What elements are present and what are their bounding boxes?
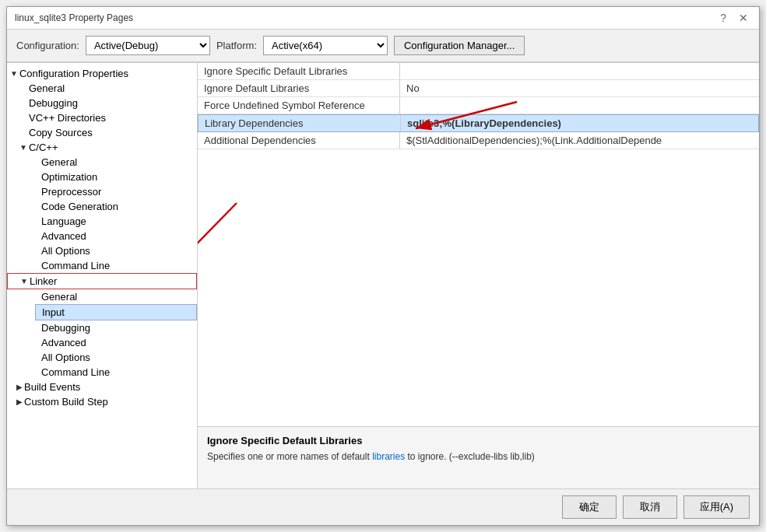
sidebar-item-cpp-root[interactable]: ▼ C/C++	[7, 140, 197, 155]
platform-label: Platform:	[216, 40, 257, 51]
right-panel: Ignore Specific Default Libraries Ignore…	[198, 63, 759, 488]
sidebar-item-linker-advanced[interactable]: Advanced	[35, 335, 197, 350]
sidebar-label: General	[29, 82, 65, 94]
desc-link[interactable]: libraries	[372, 451, 405, 462]
bottom-bar: 确定 取消 应用(A)	[7, 488, 759, 525]
sidebar: ▼ Configuration Properties General Debug…	[7, 63, 198, 488]
sidebar-label: Debugging	[41, 322, 90, 334]
tree-root[interactable]: ▼ Configuration Properties	[7, 66, 197, 81]
sidebar-item-linker-debugging[interactable]: Debugging	[35, 320, 197, 335]
cpp-children: General Optimization Preprocessor Code G…	[7, 155, 197, 273]
property-table: Ignore Specific Default Libraries Ignore…	[198, 63, 759, 426]
prop-value: $(StlAdditionalDependencies);%(Link.Addi…	[400, 132, 759, 149]
prop-row-ignore-specific[interactable]: Ignore Specific Default Libraries	[198, 63, 759, 80]
sidebar-item-cpp-optimization[interactable]: Optimization	[35, 170, 197, 184]
main-content: ▼ Configuration Properties General Debug…	[7, 62, 759, 488]
sidebar-label: All Options	[41, 352, 90, 363]
sidebar-label: Code Generation	[41, 201, 118, 212]
description-text: Specifies one or more names of default l…	[207, 450, 750, 464]
sidebar-item-cpp-preprocessor[interactable]: Preprocessor	[35, 184, 197, 199]
sidebar-label: Advanced	[41, 230, 86, 242]
sidebar-label: VC++ Directories	[29, 112, 106, 124]
prop-value	[400, 63, 759, 79]
sidebar-item-cpp-advanced[interactable]: Advanced	[35, 229, 197, 243]
configuration-label: Configuration:	[16, 40, 79, 51]
cpp-label: C/C++	[29, 142, 58, 153]
ok-button[interactable]: 确定	[562, 495, 617, 519]
prop-row-ignore-default[interactable]: Ignore Default Libraries No	[198, 80, 759, 97]
sidebar-label: Advanced	[41, 337, 86, 348]
desc-text-part1: Specifies one or more names of default	[207, 451, 372, 462]
desc-text-part3: to ignore. (--exclude-libs lib,lib)	[405, 451, 535, 462]
relative-container: Ignore Specific Default Libraries Ignore…	[198, 63, 759, 426]
sidebar-item-copy-sources[interactable]: Copy Sources	[23, 125, 197, 140]
sidebar-item-build-events[interactable]: ▶ Build Events	[7, 380, 197, 394]
sidebar-label: Command Line	[41, 366, 110, 378]
custom-build-triangle: ▶	[16, 397, 23, 406]
linker-label: Linker	[30, 275, 57, 287]
prop-row-force-undef[interactable]: Force Undefined Symbol Reference	[198, 97, 759, 114]
cpp-triangle: ▼	[19, 143, 27, 152]
sidebar-label: Preprocessor	[41, 186, 101, 198]
root-label: Configuration Properties	[19, 68, 128, 79]
description-title: Ignore Specific Default Libraries	[207, 435, 750, 446]
help-button[interactable]: ?	[717, 12, 729, 24]
sidebar-item-debugging-top[interactable]: Debugging	[23, 96, 197, 110]
sidebar-item-linker-alloptions[interactable]: All Options	[35, 350, 197, 365]
sidebar-item-linker-root[interactable]: ▼ Linker	[7, 273, 197, 289]
cancel-button[interactable]: 取消	[623, 495, 677, 519]
tree-children-top: General Debugging VC++ Directories Copy …	[7, 81, 197, 140]
sidebar-item-cpp-alloptions[interactable]: All Options	[35, 243, 197, 258]
prop-name: Additional Dependencies	[198, 132, 400, 149]
sidebar-item-general[interactable]: General	[23, 81, 197, 96]
description-panel: Ignore Specific Default Libraries Specif…	[198, 426, 759, 488]
prop-row-additional-deps[interactable]: Additional Dependencies $(StlAdditionalD…	[198, 132, 759, 149]
main-window: linux_sqlite3 Property Pages ? ✕ Configu…	[6, 6, 760, 526]
root-triangle: ▼	[10, 69, 18, 78]
prop-value: No	[400, 80, 759, 96]
config-manager-button[interactable]: Configuration Manager...	[394, 36, 525, 55]
sidebar-label: Command Line	[41, 260, 110, 271]
sidebar-item-vc-dirs[interactable]: VC++ Directories	[23, 110, 197, 125]
prop-value: sqlite3;%(LibraryDependencies)	[401, 115, 758, 131]
sidebar-label: Debugging	[29, 97, 78, 109]
title-bar-controls: ? ✕	[717, 12, 751, 24]
sidebar-label: General	[41, 291, 77, 303]
sidebar-label: Copy Sources	[29, 127, 93, 138]
prop-name: Force Undefined Symbol Reference	[198, 97, 400, 114]
sidebar-item-cpp-commandline[interactable]: Command Line	[35, 258, 197, 273]
sidebar-item-linker-input[interactable]: Input	[35, 304, 197, 320]
build-events-label: Build Events	[24, 381, 80, 393]
sidebar-label: General	[41, 156, 77, 168]
custom-build-label: Custom Build Step	[24, 396, 108, 408]
sidebar-label: Language	[41, 215, 86, 227]
build-events-triangle: ▶	[16, 383, 23, 391]
configuration-select[interactable]: Active(Debug)	[86, 36, 210, 55]
sidebar-item-cpp-language[interactable]: Language	[35, 214, 197, 229]
toolbar: Configuration: Active(Debug) Platform: A…	[7, 30, 759, 62]
sidebar-label: Input	[42, 306, 65, 318]
window-title: linux_sqlite3 Property Pages	[15, 12, 133, 23]
sidebar-item-cpp-codegeneration[interactable]: Code Generation	[35, 199, 197, 214]
linker-children: General Input Debugging Advanced All Opt…	[7, 289, 197, 380]
sidebar-item-cpp-general[interactable]: General	[35, 155, 197, 170]
close-button[interactable]: ✕	[736, 12, 751, 24]
prop-value	[400, 97, 759, 114]
sidebar-item-linker-general[interactable]: General	[35, 289, 197, 304]
prop-name: Library Dependencies	[199, 115, 401, 131]
sidebar-item-custom-build[interactable]: ▶ Custom Build Step	[7, 394, 197, 409]
prop-row-lib-deps[interactable]: Library Dependencies sqlite3;%(LibraryDe…	[198, 114, 759, 132]
apply-button[interactable]: 应用(A)	[683, 495, 750, 519]
platform-select[interactable]: Active(x64)	[263, 36, 388, 55]
prop-name: Ignore Default Libraries	[198, 80, 400, 96]
sidebar-label: All Options	[41, 245, 90, 257]
prop-name: Ignore Specific Default Libraries	[198, 63, 400, 79]
title-bar: linux_sqlite3 Property Pages ? ✕	[7, 7, 759, 30]
sidebar-item-linker-commandline[interactable]: Command Line	[35, 365, 197, 380]
sidebar-label: Optimization	[41, 171, 97, 183]
linker-triangle: ▼	[20, 277, 28, 285]
